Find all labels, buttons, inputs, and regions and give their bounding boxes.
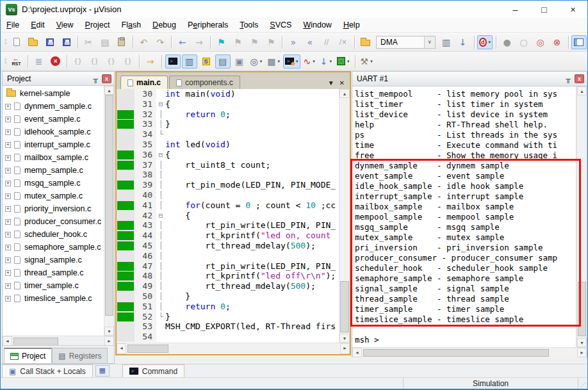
close-panel-icon[interactable]: x bbox=[575, 74, 584, 83]
run-button[interactable]: ≣ bbox=[31, 54, 47, 69]
menu-item-view[interactable]: View bbox=[51, 19, 79, 31]
disassembly-window-button[interactable]: ▥ bbox=[182, 54, 197, 69]
scroll-up-icon[interactable]: ▲ bbox=[104, 86, 114, 95]
navigate-forward-button[interactable]: → bbox=[192, 35, 207, 49]
tab-registers[interactable]: ▤ Registers bbox=[52, 348, 108, 363]
start-stop-debug-button[interactable]: d▾ bbox=[477, 35, 493, 49]
tree-item[interactable]: +dynmem_sample.c bbox=[3, 100, 104, 113]
menu-item-flash[interactable]: Flash bbox=[116, 19, 147, 31]
configure-flash-tools-button[interactable] bbox=[357, 35, 373, 49]
step-out-button[interactable]: {} bbox=[104, 54, 119, 69]
expand-icon[interactable]: + bbox=[5, 155, 11, 161]
memory-window-button[interactable]: ▦▾ bbox=[265, 54, 282, 69]
toolbar-grip[interactable]: ⁞⁞ bbox=[4, 38, 6, 45]
watch-window-button[interactable]: ◎▾ bbox=[249, 54, 265, 69]
cpu-reset-button[interactable]: RST bbox=[9, 54, 24, 69]
expand-icon[interactable]: + bbox=[5, 296, 11, 302]
pin-icon[interactable]: ╥ bbox=[566, 75, 571, 83]
navigate-back-button[interactable]: ← bbox=[175, 35, 190, 49]
bookmark-previous-button[interactable]: ⚑ bbox=[247, 35, 262, 49]
menu-item-svcs[interactable]: SVCS bbox=[264, 19, 297, 31]
bookmark-clear-all-button[interactable]: ⚑ bbox=[263, 35, 279, 49]
menu-item-edit[interactable]: Edit bbox=[25, 19, 51, 31]
dropdown-arrow-icon[interactable]: ∨ bbox=[424, 37, 435, 48]
tree-item[interactable]: +memp_sample.c bbox=[3, 164, 104, 177]
tree-item[interactable]: +scheduler_hook.c bbox=[3, 228, 104, 241]
bookmark-toggle-button[interactable]: ⚑ bbox=[213, 35, 229, 49]
kill-all-breakpoints-button[interactable]: ⊗ bbox=[550, 35, 565, 49]
target-select-combo[interactable]: DMA∨ bbox=[376, 36, 436, 49]
expand-icon[interactable]: + bbox=[5, 206, 11, 212]
code-editor[interactable]: 30int main(void)31⊟{32│ return 0;33│}34└… bbox=[117, 89, 350, 343]
indent-button[interactable]: » bbox=[286, 35, 301, 49]
scrollbar-thumb[interactable] bbox=[340, 281, 349, 332]
tab-project[interactable]: Project bbox=[4, 348, 52, 363]
project-window-button[interactable] bbox=[571, 35, 587, 49]
expand-icon[interactable]: + bbox=[5, 104, 11, 110]
step-into-button[interactable]: {} bbox=[70, 54, 86, 69]
tree-item[interactable]: +idlehook_sample.c bbox=[3, 126, 104, 138]
menu-item-tools[interactable]: Tools bbox=[234, 19, 264, 31]
tree-item[interactable]: +msgq_sample.c bbox=[3, 177, 104, 190]
expand-icon[interactable]: + bbox=[5, 193, 11, 199]
copy-button[interactable]: ▤ bbox=[97, 35, 113, 49]
find-next-button[interactable]: ↓ bbox=[455, 35, 471, 49]
tree-item[interactable]: +semaphore_sample.c bbox=[3, 241, 104, 254]
tree-root[interactable]: kernel-sample bbox=[3, 87, 104, 100]
command-window-button[interactable]: > bbox=[165, 54, 181, 69]
cut-button[interactable]: ✂ bbox=[81, 35, 96, 49]
menu-item-file[interactable]: File bbox=[1, 19, 25, 31]
close-document-icon[interactable]: ✕ bbox=[339, 79, 345, 86]
tree-item[interactable]: +timer_sample.c bbox=[3, 279, 104, 292]
expand-icon[interactable]: + bbox=[5, 129, 11, 135]
symbol-window-button[interactable]: S bbox=[199, 54, 214, 69]
call-stack-locals-tab[interactable]: ▣ Call Stack + Locals bbox=[2, 364, 93, 377]
open-file-button[interactable] bbox=[26, 35, 41, 49]
tree-item[interactable]: +event_sample.c bbox=[3, 113, 104, 126]
tree-item[interactable]: +mutex_sample.c bbox=[3, 190, 104, 202]
menu-item-window[interactable]: Window bbox=[297, 19, 337, 31]
tab-main-c[interactable]: main.c bbox=[120, 76, 168, 89]
scroll-left-icon[interactable]: ◄ bbox=[352, 348, 362, 357]
tree-item[interactable]: +mailbox_sample.c bbox=[3, 151, 104, 164]
project-tree-vscrollbar[interactable]: ▲ ▼ bbox=[104, 86, 114, 336]
tree-item[interactable]: +priority_inversion.c bbox=[3, 202, 104, 215]
step-over-button[interactable]: {} bbox=[87, 54, 102, 69]
insert-breakpoint-button[interactable]: ● bbox=[500, 35, 515, 49]
editor-hscrollbar[interactable]: ◄ ► bbox=[117, 343, 350, 354]
close-button[interactable]: × bbox=[559, 1, 587, 18]
registers-window-button[interactable]: ▤ bbox=[215, 54, 231, 69]
system-viewer-button[interactable]: ▾ bbox=[335, 54, 352, 69]
expand-icon[interactable]: + bbox=[5, 270, 11, 276]
outdent-button[interactable]: « bbox=[302, 35, 318, 49]
undo-button[interactable]: ↶ bbox=[136, 35, 151, 49]
save-button[interactable] bbox=[42, 35, 58, 49]
disable-all-breakpoints-button[interactable]: ◎ bbox=[533, 35, 548, 49]
scrollbar-thumb[interactable] bbox=[363, 349, 549, 357]
expand-icon[interactable]: + bbox=[5, 257, 11, 263]
expand-icon[interactable]: + bbox=[5, 142, 11, 148]
show-next-statement-button[interactable]: → bbox=[143, 54, 158, 69]
toolbox-button[interactable]: ⚒▾ bbox=[359, 54, 375, 69]
scroll-right-icon[interactable]: ► bbox=[577, 348, 587, 357]
tree-item[interactable]: +producer_consumer.c bbox=[3, 215, 104, 228]
uncomment-button[interactable]: /× bbox=[336, 35, 351, 49]
scroll-right-icon[interactable]: ► bbox=[340, 343, 350, 354]
minimize-button[interactable]: – bbox=[501, 1, 530, 18]
resize-grip[interactable]: ⋰ bbox=[578, 378, 587, 389]
maximize-button[interactable]: □ bbox=[530, 1, 559, 18]
expand-icon[interactable]: + bbox=[5, 219, 11, 225]
redo-button[interactable]: ↷ bbox=[152, 35, 168, 49]
expand-icon[interactable]: + bbox=[5, 232, 11, 238]
uart-hscrollbar[interactable]: ◄ ► bbox=[352, 347, 587, 357]
tree-item[interactable]: +thread_sample.c bbox=[3, 266, 104, 279]
new-file-button[interactable] bbox=[9, 35, 24, 49]
tree-item[interactable]: +signal_sample.c bbox=[3, 254, 104, 266]
editor-vscrollbar[interactable]: ▲ ▼ bbox=[339, 89, 350, 343]
expand-icon[interactable]: + bbox=[5, 117, 11, 122]
expand-icon[interactable]: + bbox=[5, 283, 11, 289]
bookmark-next-button[interactable]: ⚑ bbox=[230, 35, 245, 49]
menu-item-debug[interactable]: Debug bbox=[147, 19, 182, 31]
menu-item-help[interactable]: Help bbox=[338, 19, 366, 31]
expand-icon[interactable]: + bbox=[5, 168, 11, 174]
